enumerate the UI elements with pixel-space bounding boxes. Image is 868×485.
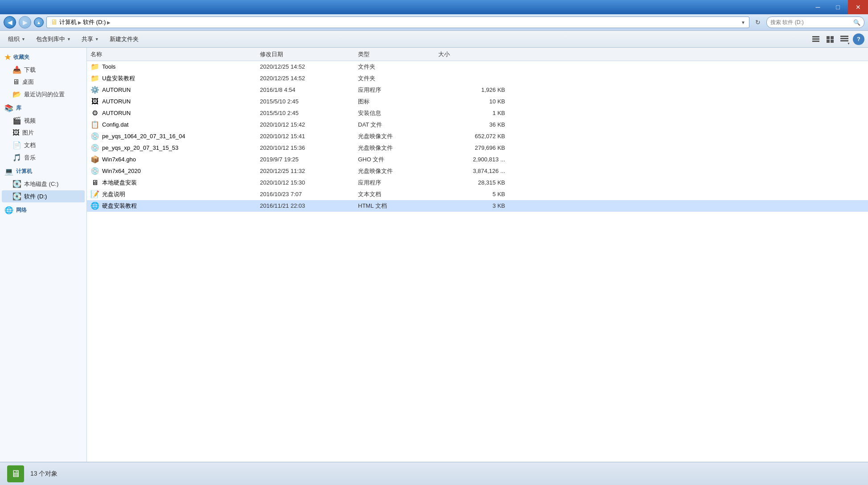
music-label: 音乐 (24, 154, 36, 162)
sidebar-item-desktop[interactable]: 🖥 桌面 (2, 76, 85, 88)
video-icon: 🎬 (12, 116, 21, 125)
file-name: Config.dat (102, 121, 260, 128)
file-icon: 📋 (91, 120, 99, 129)
table-row[interactable]: 💿 pe_yqs_1064_20_07_31_16_04 2020/10/12 … (87, 131, 868, 142)
crumb-drive[interactable]: 软件 (D:) (83, 18, 106, 26)
recent-icon: 📂 (12, 90, 21, 99)
table-row[interactable]: 📁 Tools 2020/12/25 14:52 文件夹 (87, 61, 868, 73)
close-button[interactable]: ✕ (848, 0, 868, 14)
table-row[interactable]: 📝 光盘说明 2016/10/23 7:07 文本文档 5 KB (87, 189, 868, 200)
address-box[interactable]: 🖥 计算机 ▶ 软件 (D:) ▶ ▼ (46, 16, 749, 28)
sidebar-header-library[interactable]: 📚 库 (0, 102, 86, 114)
table-row[interactable]: 💿 Win7x64_2020 2020/12/25 11:32 光盘映像文件 3… (87, 165, 868, 177)
view-list-button[interactable] (810, 33, 822, 45)
file-size: 3,874,126 ... (438, 168, 505, 174)
sidebar-header-computer[interactable]: 💻 计算机 (0, 165, 86, 177)
sidebar: ★ 收藏夹 📥 下载 🖥 桌面 📂 最近访问的位置 📚 库 🎬 (0, 48, 87, 462)
sidebar-header-network[interactable]: 🌐 网络 (0, 204, 86, 216)
file-icon: 📁 (91, 74, 99, 83)
new-folder-button[interactable]: 新建文件夹 (105, 33, 143, 45)
table-row[interactable]: ⚙ AUTORUN 2015/5/10 2:45 安装信息 1 KB (87, 107, 868, 119)
file-icon: 🖥 (91, 178, 99, 187)
table-row[interactable]: ⚙️ AUTORUN 2016/1/8 4:54 应用程序 1,926 KB (87, 84, 868, 96)
file-list-header: 名称 修改日期 类型 大小 (87, 48, 868, 61)
refresh-button[interactable]: ↻ (752, 16, 764, 28)
file-name: pe_yqs_1064_20_07_31_16_04 (102, 133, 260, 140)
sidebar-item-recent[interactable]: 📂 最近访问的位置 (2, 88, 85, 100)
maximize-button[interactable]: □ (828, 0, 848, 14)
recent-label: 最近访问的位置 (24, 90, 65, 99)
up-button[interactable]: ▲ (34, 17, 44, 27)
table-row[interactable]: 🖼 AUTORUN 2015/5/10 2:45 图标 10 KB (87, 96, 868, 107)
file-icon: 💿 (91, 167, 99, 176)
sidebar-item-doc[interactable]: 📄 文档 (2, 139, 85, 151)
file-icon: 📦 (91, 155, 99, 164)
file-size: 279,696 KB (438, 144, 505, 151)
col-header-date[interactable]: 修改日期 (260, 50, 358, 58)
organize-button[interactable]: 组织 ▼ (4, 33, 30, 45)
toolbar: 组织 ▼ 包含到库中 ▼ 共享 ▼ 新建文件夹 (0, 31, 868, 48)
share-dropdown-icon: ▼ (95, 37, 99, 41)
downloads-label: 下载 (24, 66, 36, 74)
address-dropdown[interactable]: ▼ (741, 20, 745, 25)
table-row[interactable]: 📦 Win7x64.gho 2019/9/7 19:25 GHO 文件 2,90… (87, 154, 868, 165)
search-icon[interactable]: 🔍 (853, 19, 860, 26)
back-button[interactable]: ◀ (4, 16, 16, 29)
svg-rect-9 (840, 40, 848, 41)
col-header-name[interactable]: 名称 (91, 50, 260, 58)
file-type: HTML 文档 (358, 202, 438, 210)
file-size: 1 KB (438, 110, 505, 116)
svg-rect-5 (827, 40, 830, 43)
col-header-size[interactable]: 大小 (438, 50, 505, 58)
file-size: 2,900,813 ... (438, 156, 505, 163)
file-date: 2020/12/25 11:32 (260, 168, 358, 174)
sidebar-item-d-drive[interactable]: 💽 软件 (D:) (2, 190, 85, 202)
help-button[interactable]: ? (853, 33, 864, 45)
table-row[interactable]: 📁 U盘安装教程 2020/12/25 14:52 文件夹 (87, 73, 868, 84)
file-name: AUTORUN (102, 110, 260, 116)
status-count: 13 个对象 (30, 470, 58, 478)
picture-label: 图片 (22, 129, 34, 137)
search-input[interactable] (770, 19, 852, 25)
d-drive-icon: 💽 (12, 192, 21, 201)
crumb-computer[interactable]: 计算机 (59, 18, 77, 26)
toolbar-right: ▼ ? (810, 33, 864, 45)
table-row[interactable]: 🌐 硬盘安装教程 2016/11/21 22:03 HTML 文档 3 KB (87, 200, 868, 212)
c-drive-label: 本地磁盘 (C:) (24, 180, 58, 188)
col-header-type[interactable]: 类型 (358, 50, 438, 58)
file-type: 应用程序 (358, 86, 438, 94)
table-row[interactable]: 📋 Config.dat 2020/10/12 15:42 DAT 文件 36 … (87, 119, 868, 131)
sidebar-item-music[interactable]: 🎵 音乐 (2, 152, 85, 164)
file-area: 名称 修改日期 类型 大小 📁 Tools 2020/12/25 14:52 文… (87, 48, 868, 462)
sidebar-item-picture[interactable]: 🖼 图片 (2, 127, 85, 139)
forward-button[interactable]: ▶ (19, 16, 31, 29)
table-row[interactable]: 💿 pe_yqs_xp_20_07_31_15_53 2020/10/12 15… (87, 142, 868, 154)
sidebar-item-downloads[interactable]: 📥 下载 (2, 64, 85, 76)
file-name: 光盘说明 (102, 190, 260, 198)
file-icon: 💿 (91, 132, 99, 141)
sidebar-header-favorites[interactable]: ★ 收藏夹 (0, 51, 86, 63)
view-details-button[interactable] (824, 33, 836, 45)
sidebar-item-video[interactable]: 🎬 视频 (2, 115, 85, 127)
desktop-icon: 🖥 (12, 78, 20, 86)
sidebar-section-network: 🌐 网络 (0, 204, 86, 216)
video-label: 视频 (24, 117, 36, 125)
view-tile-button[interactable]: ▼ (839, 33, 850, 45)
d-drive-label: 软件 (D:) (24, 193, 47, 201)
search-box[interactable]: 🔍 (766, 16, 864, 28)
status-app-icon: 🖥 (7, 465, 24, 482)
file-type: 文本文档 (358, 190, 438, 198)
sidebar-library-label: 库 (16, 104, 21, 112)
minimize-button[interactable]: ─ (808, 0, 828, 14)
file-name: Win7x64.gho (102, 156, 260, 163)
file-icon: ⚙️ (91, 86, 99, 95)
svg-rect-2 (812, 41, 819, 42)
sidebar-item-c-drive[interactable]: 💽 本地磁盘 (C:) (2, 178, 85, 190)
share-button[interactable]: 共享 ▼ (77, 33, 103, 45)
file-size: 10 KB (438, 98, 505, 105)
file-name: pe_yqs_xp_20_07_31_15_53 (102, 144, 260, 151)
table-row[interactable]: 🖥 本地硬盘安装 2020/10/12 15:30 应用程序 28,315 KB (87, 177, 868, 189)
file-type: 应用程序 (358, 179, 438, 187)
library-button[interactable]: 包含到库中 ▼ (32, 33, 75, 45)
file-type: GHO 文件 (358, 156, 438, 164)
